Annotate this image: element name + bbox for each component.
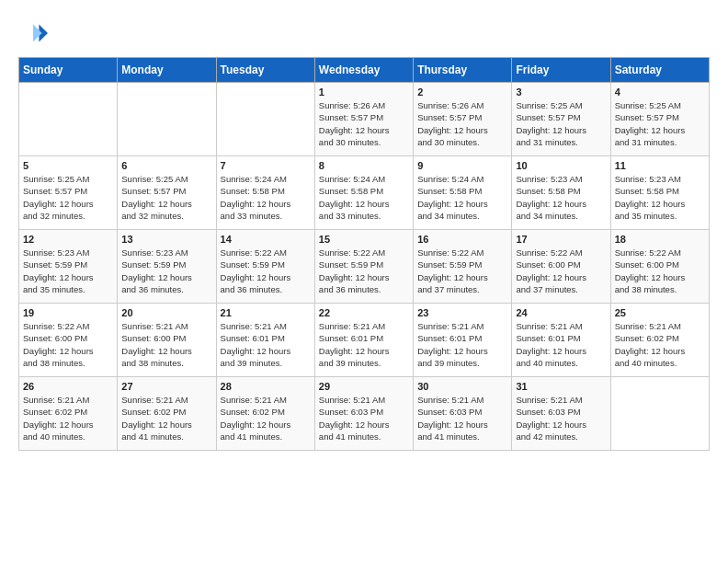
day-number: 20: [121, 307, 211, 318]
day-number: 31: [516, 381, 606, 392]
week-row-2: 5Sunrise: 5:25 AM Sunset: 5:57 PM Daylig…: [19, 156, 710, 230]
week-row-3: 12Sunrise: 5:23 AM Sunset: 5:59 PM Dayli…: [19, 230, 710, 304]
day-cell: 25Sunrise: 5:21 AM Sunset: 6:02 PM Dayli…: [610, 304, 709, 377]
header-row: SundayMondayTuesdayWednesdayThursdayFrid…: [19, 58, 710, 83]
day-cell: [216, 83, 314, 156]
day-info: Sunrise: 5:22 AM Sunset: 5:59 PM Dayligh…: [417, 247, 507, 295]
day-number: 15: [319, 234, 409, 245]
column-header-tuesday: Tuesday: [216, 58, 314, 83]
day-cell: 28Sunrise: 5:21 AM Sunset: 6:02 PM Dayli…: [216, 377, 314, 451]
day-info: Sunrise: 5:21 AM Sunset: 6:02 PM Dayligh…: [615, 320, 705, 369]
day-number: 19: [23, 307, 113, 318]
column-header-monday: Monday: [118, 58, 216, 83]
day-number: 30: [417, 381, 507, 392]
day-info: Sunrise: 5:22 AM Sunset: 6:00 PM Dayligh…: [615, 247, 705, 295]
day-cell: 7Sunrise: 5:24 AM Sunset: 5:58 PM Daylig…: [216, 156, 314, 230]
day-cell: 29Sunrise: 5:21 AM Sunset: 6:03 PM Dayli…: [314, 377, 413, 451]
day-number: 24: [516, 307, 606, 318]
day-cell: 18Sunrise: 5:22 AM Sunset: 6:00 PM Dayli…: [610, 230, 709, 304]
header: [18, 18, 710, 48]
day-number: 4: [615, 86, 705, 98]
day-cell: 5Sunrise: 5:25 AM Sunset: 5:57 PM Daylig…: [19, 156, 118, 230]
day-cell: 13Sunrise: 5:23 AM Sunset: 5:59 PM Dayli…: [118, 230, 216, 304]
day-info: Sunrise: 5:21 AM Sunset: 6:02 PM Dayligh…: [221, 394, 311, 442]
day-info: Sunrise: 5:26 AM Sunset: 5:57 PM Dayligh…: [417, 99, 507, 148]
day-info: Sunrise: 5:21 AM Sunset: 6:01 PM Dayligh…: [516, 320, 606, 369]
logo: [18, 18, 53, 48]
week-row-5: 26Sunrise: 5:21 AM Sunset: 6:02 PM Dayli…: [19, 377, 710, 451]
day-info: Sunrise: 5:25 AM Sunset: 5:57 PM Dayligh…: [516, 99, 606, 148]
day-info: Sunrise: 5:21 AM Sunset: 6:03 PM Dayligh…: [516, 394, 606, 442]
day-cell: 31Sunrise: 5:21 AM Sunset: 6:03 PM Dayli…: [512, 377, 610, 451]
day-number: 21: [221, 307, 311, 318]
day-number: 5: [23, 160, 113, 171]
day-cell: 9Sunrise: 5:24 AM Sunset: 5:58 PM Daylig…: [414, 156, 512, 230]
day-cell: 19Sunrise: 5:22 AM Sunset: 6:00 PM Dayli…: [19, 304, 118, 377]
column-header-thursday: Thursday: [414, 58, 512, 83]
day-cell: 14Sunrise: 5:22 AM Sunset: 5:59 PM Dayli…: [216, 230, 314, 304]
day-info: Sunrise: 5:21 AM Sunset: 6:03 PM Dayligh…: [417, 394, 507, 442]
column-header-friday: Friday: [512, 58, 610, 83]
week-row-1: 1Sunrise: 5:26 AM Sunset: 5:57 PM Daylig…: [19, 83, 710, 156]
day-info: Sunrise: 5:23 AM Sunset: 5:59 PM Dayligh…: [23, 247, 113, 295]
day-number: 27: [121, 381, 211, 392]
day-info: Sunrise: 5:26 AM Sunset: 5:57 PM Dayligh…: [319, 99, 409, 148]
day-info: Sunrise: 5:24 AM Sunset: 5:58 PM Dayligh…: [221, 173, 311, 222]
day-info: Sunrise: 5:23 AM Sunset: 5:59 PM Dayligh…: [121, 247, 211, 295]
day-number: 14: [221, 234, 311, 245]
day-cell: 12Sunrise: 5:23 AM Sunset: 5:59 PM Dayli…: [19, 230, 118, 304]
day-cell: 16Sunrise: 5:22 AM Sunset: 5:59 PM Dayli…: [414, 230, 512, 304]
day-number: 9: [417, 160, 507, 171]
day-info: Sunrise: 5:21 AM Sunset: 6:02 PM Dayligh…: [23, 394, 113, 442]
day-cell: [19, 83, 118, 156]
day-cell: 15Sunrise: 5:22 AM Sunset: 5:59 PM Dayli…: [314, 230, 413, 304]
day-cell: 2Sunrise: 5:26 AM Sunset: 5:57 PM Daylig…: [414, 83, 512, 156]
day-number: 13: [121, 234, 211, 245]
day-info: Sunrise: 5:21 AM Sunset: 6:02 PM Dayligh…: [121, 394, 211, 442]
day-number: 26: [23, 381, 113, 392]
day-cell: 17Sunrise: 5:22 AM Sunset: 6:00 PM Dayli…: [512, 230, 610, 304]
day-number: 12: [23, 234, 113, 245]
day-info: Sunrise: 5:21 AM Sunset: 6:01 PM Dayligh…: [417, 320, 507, 369]
day-info: Sunrise: 5:21 AM Sunset: 6:01 PM Dayligh…: [319, 320, 409, 369]
day-number: 2: [417, 86, 507, 98]
day-info: Sunrise: 5:21 AM Sunset: 6:00 PM Dayligh…: [121, 320, 211, 369]
day-info: Sunrise: 5:22 AM Sunset: 6:00 PM Dayligh…: [516, 247, 606, 295]
day-cell: 24Sunrise: 5:21 AM Sunset: 6:01 PM Dayli…: [512, 304, 610, 377]
day-cell: 6Sunrise: 5:25 AM Sunset: 5:57 PM Daylig…: [118, 156, 216, 230]
day-number: 23: [417, 307, 507, 318]
day-info: Sunrise: 5:21 AM Sunset: 6:03 PM Dayligh…: [319, 394, 409, 442]
day-cell: 26Sunrise: 5:21 AM Sunset: 6:02 PM Dayli…: [19, 377, 118, 451]
day-cell: 22Sunrise: 5:21 AM Sunset: 6:01 PM Dayli…: [314, 304, 413, 377]
day-cell: [118, 83, 216, 156]
day-number: 28: [221, 381, 311, 392]
logo-icon: [18, 18, 48, 48]
day-number: 18: [615, 234, 705, 245]
day-info: Sunrise: 5:21 AM Sunset: 6:01 PM Dayligh…: [221, 320, 311, 369]
day-cell: 20Sunrise: 5:21 AM Sunset: 6:00 PM Dayli…: [118, 304, 216, 377]
calendar-table: SundayMondayTuesdayWednesdayThursdayFrid…: [18, 57, 710, 451]
week-row-4: 19Sunrise: 5:22 AM Sunset: 6:00 PM Dayli…: [19, 304, 710, 377]
day-number: 11: [615, 160, 705, 171]
day-info: Sunrise: 5:22 AM Sunset: 5:59 PM Dayligh…: [221, 247, 311, 295]
day-number: 29: [319, 381, 409, 392]
column-header-sunday: Sunday: [19, 58, 118, 83]
day-cell: 27Sunrise: 5:21 AM Sunset: 6:02 PM Dayli…: [118, 377, 216, 451]
day-number: 25: [615, 307, 705, 318]
column-header-saturday: Saturday: [610, 58, 709, 83]
day-info: Sunrise: 5:23 AM Sunset: 5:58 PM Dayligh…: [516, 173, 606, 222]
day-info: Sunrise: 5:23 AM Sunset: 5:58 PM Dayligh…: [615, 173, 705, 222]
column-header-wednesday: Wednesday: [314, 58, 413, 83]
day-cell: 23Sunrise: 5:21 AM Sunset: 6:01 PM Dayli…: [414, 304, 512, 377]
day-number: 16: [417, 234, 507, 245]
day-cell: 21Sunrise: 5:21 AM Sunset: 6:01 PM Dayli…: [216, 304, 314, 377]
day-cell: [610, 377, 709, 451]
day-info: Sunrise: 5:22 AM Sunset: 5:59 PM Dayligh…: [319, 247, 409, 295]
day-number: 10: [516, 160, 606, 171]
day-number: 1: [319, 86, 409, 98]
day-number: 6: [121, 160, 211, 171]
day-info: Sunrise: 5:25 AM Sunset: 5:57 PM Dayligh…: [615, 99, 705, 148]
day-cell: 30Sunrise: 5:21 AM Sunset: 6:03 PM Dayli…: [414, 377, 512, 451]
day-number: 22: [319, 307, 409, 318]
day-info: Sunrise: 5:24 AM Sunset: 5:58 PM Dayligh…: [417, 173, 507, 222]
